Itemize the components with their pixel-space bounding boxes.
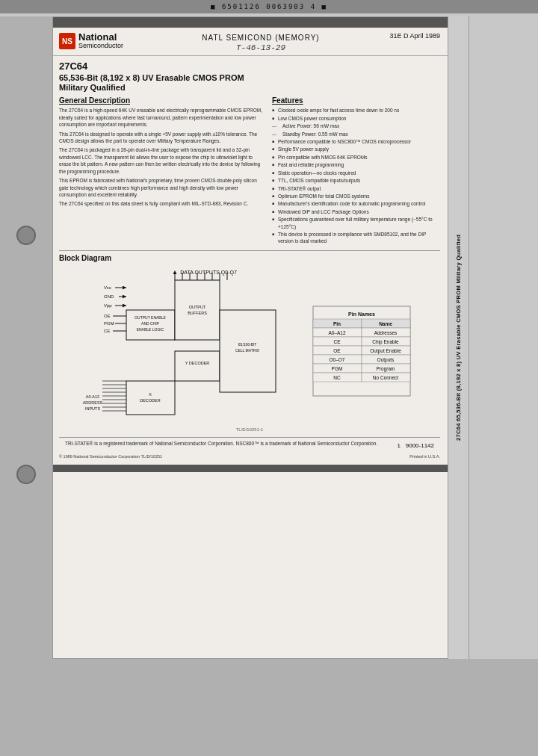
feature-item: Clocked oxide amps for fast access time … <box>272 107 440 114</box>
features-list: Clocked oxide amps for fast access time … <box>272 107 440 245</box>
svg-text:OUTPUT ENABLE: OUTPUT ENABLE <box>134 315 166 320</box>
features-column: Features Clocked oxide amps for fast acc… <box>272 96 440 246</box>
part-number: 27C64 <box>59 61 440 72</box>
svg-text:Vpp: Vpp <box>104 303 112 308</box>
general-description-heading: General Description <box>59 96 265 105</box>
doc-top-bar <box>53 17 448 28</box>
feature-item: Single 5V power supply <box>272 146 440 152</box>
two-column-layout: General Description The 27C64 is a high-… <box>59 96 440 246</box>
block-diagram-area: DATA OUTPUTS Q0-Q7 Vcc <box>59 265 440 437</box>
top-barcode-bar: ■ 6501126 0063903 4 ■ <box>0 0 538 13</box>
gen-desc-para-5: The 27C64 specified on this data sheet i… <box>59 200 265 207</box>
feature-item: TRI-STATE® output <box>272 185 440 192</box>
logo-national: National <box>78 32 123 43</box>
svg-text:X: X <box>149 392 152 397</box>
svg-text:CELL MATRIX: CELL MATRIX <box>235 348 260 353</box>
features-heading: Features <box>272 96 440 105</box>
doc-footer: TRI-STATE® is a registered trademark of … <box>59 437 440 451</box>
svg-rect-30 <box>175 351 220 381</box>
gen-desc-para-3: The 27C64 is packaged in a 28-pin dual-i… <box>59 146 265 175</box>
page-wrapper: ■ 6501126 0063903 4 ■ NS <box>0 0 538 756</box>
feature-item: Fast and reliable programming <box>272 161 440 168</box>
feature-item: TTL, CMOS compatible inputs/outputs <box>272 177 440 184</box>
svg-text:DECODER: DECODER <box>140 398 161 403</box>
svg-text:O0–O7: O0–O7 <box>330 357 345 362</box>
svg-rect-27 <box>175 280 220 340</box>
svg-text:Program: Program <box>377 366 395 372</box>
svg-text:NC: NC <box>333 375 341 380</box>
feature-item: This device is processed in compliance w… <box>272 231 440 245</box>
svg-text:Name: Name <box>379 321 392 326</box>
svg-text:Y DECODER: Y DECODER <box>185 361 210 365</box>
feature-item: Specifications guaranteed over full mili… <box>272 216 440 230</box>
svg-text:Output Enable: Output Enable <box>370 348 401 354</box>
feature-item: Performance compatible to NSC800™ CMOS m… <box>272 138 440 145</box>
part-qualifier: Military Qualified <box>59 83 440 92</box>
svg-text:DATA OUTPUTS Q0-Q7: DATA OUTPUTS Q0-Q7 <box>180 270 237 276</box>
svg-text:AND CHIP: AND CHIP <box>141 321 160 326</box>
published-line: © 1989 National Semiconductor Corporatio… <box>59 451 440 460</box>
svg-text:A0–A12: A0–A12 <box>328 330 346 335</box>
feature-item: Manufacturer's identification code for a… <box>272 200 440 207</box>
svg-text:Pin Names: Pin Names <box>348 312 375 317</box>
header-right: 31E D April 1989 <box>365 32 440 40</box>
block-diagram-svg: DATA OUTPUTS Q0-Q7 Vcc <box>59 265 440 437</box>
doc-bottom-bar <box>53 465 448 472</box>
header-code: 31E D April 1989 <box>389 32 440 40</box>
barcode-text: ■ 6501126 0063903 4 ■ <box>211 3 327 10</box>
svg-text:OUTPUT: OUTPUT <box>189 305 206 309</box>
trademark-text: TRI-STATE® is a registered trademark of … <box>65 440 377 447</box>
footer-trademark: TRI-STATE® is a registered trademark of … <box>65 440 377 449</box>
left-margin <box>0 16 52 659</box>
svg-text:BUFFERS: BUFFERS <box>188 311 207 315</box>
svg-text:65,536-BIT: 65,536-BIT <box>238 342 257 347</box>
block-diagram-section: Block Diagram DATA OUTPUTS Q0-Q7 <box>59 250 440 437</box>
svg-text:OE: OE <box>333 348 341 353</box>
header-middle: NATL SEMICOND (MEMORY) T-46-13-29 <box>156 32 365 52</box>
handwritten-note: T-46-13-29 <box>236 43 285 52</box>
svg-text:No Connect: No Connect <box>373 375 399 380</box>
svg-text:CE: CE <box>333 339 341 344</box>
doc-body: 27C64 65,536-Bit (8,192 x 8) UV Erasable… <box>53 56 448 465</box>
published-text: © 1989 National Semiconductor Corporatio… <box>59 454 162 459</box>
svg-text:Vcc: Vcc <box>104 285 111 290</box>
feature-sub-item: Standby Power: 0.55 mW max <box>272 131 440 137</box>
logo-area: NS National Semiconductor <box>59 32 156 50</box>
svg-text:OE: OE <box>104 314 111 318</box>
doc-header: NS National Semiconductor NATL SEMICOND … <box>53 28 448 56</box>
svg-text:NS: NS <box>62 37 72 46</box>
svg-text:PGM: PGM <box>104 321 114 326</box>
gray-bottom-area <box>0 659 538 756</box>
document: NS National Semiconductor NATL SEMICOND … <box>52 16 448 659</box>
svg-text:INPUTS: INPUTS <box>85 406 101 411</box>
svg-text:PGM: PGM <box>332 366 343 371</box>
side-label-text: 27C64 65,536-Bit (8,192 x 8) UV Erasable… <box>455 235 463 441</box>
feature-item: Pin compatible with NMOS 64K EPROMs <box>272 154 440 161</box>
published-right: Printed in U.S.A. <box>409 454 440 459</box>
block-diagram-title: Block Diagram <box>59 254 440 262</box>
svg-text:TL/D/10251-1: TL/D/10251-1 <box>236 427 264 432</box>
feature-item: Windowed DIP and LCC Package Options <box>272 208 440 215</box>
logo-semiconductor: Semiconductor <box>78 43 123 50</box>
svg-text:GND: GND <box>104 294 114 299</box>
feature-item: Optimum EPROM for total CMOS systems <box>272 193 440 199</box>
general-description-column: General Description The 27C64 is a high-… <box>59 96 265 246</box>
svg-text:Pin: Pin <box>333 321 341 326</box>
svg-text:Chip Enable: Chip Enable <box>372 339 399 345</box>
svg-text:CE: CE <box>104 329 110 333</box>
feature-item: Low CMOS power consumption <box>272 115 440 122</box>
gen-desc-para-2: This 27C64 is designed to operate with a… <box>59 131 265 145</box>
feature-item: Static operation—no clocks required <box>272 170 440 176</box>
logo-text: National Semiconductor <box>78 32 123 50</box>
left-circle-button-1[interactable] <box>16 226 36 245</box>
svg-text:A0-A12: A0-A12 <box>86 394 99 399</box>
gen-desc-para-1: The 27C64 is a high-speed 64K UV erasabl… <box>59 107 265 128</box>
svg-text:ADDRESS: ADDRESS <box>83 400 103 405</box>
right-sidebar: 27C64 65,536-Bit (8,192 x 8) UV Erasable… <box>448 16 469 659</box>
national-semiconductor-logo-icon: NS <box>59 33 75 49</box>
gen-desc-para-4: This EPROM is fabricated with National's… <box>59 177 265 198</box>
svg-text:Addresses: Addresses <box>374 330 398 335</box>
svg-text:Outputs: Outputs <box>377 357 395 363</box>
feature-sub-item: Active Power: 56 mW max <box>272 123 440 129</box>
left-circle-button-2[interactable] <box>16 465 36 484</box>
